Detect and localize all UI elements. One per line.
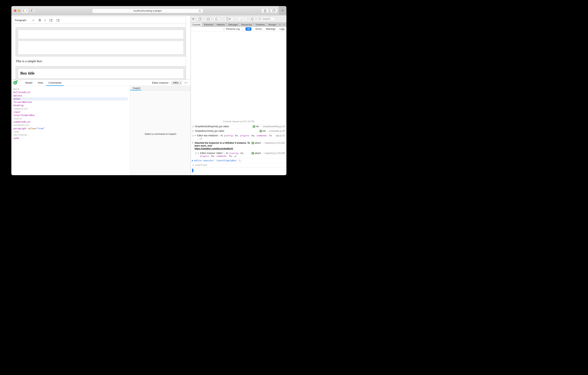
console-log-row[interactable]: ▶ Editor was initialized – Kl {config: K…: [191, 133, 286, 141]
console-log-row-nested[interactable]: ▶ Editor instance "editor" – Kl {config:…: [191, 151, 286, 158]
command-item-forwardDelete[interactable]: forwardDelete: [13, 100, 128, 104]
log-message: SimpleBoxEditing#init() got called: [195, 125, 252, 128]
box-title-text[interactable]: Box title: [18, 69, 183, 76]
console-filter-logs[interactable]: Logs: [280, 28, 284, 30]
detach-devtools-button[interactable]: [197, 17, 203, 21]
new-tab-button[interactable]: +: [279, 6, 286, 15]
command-item-bulletedList[interactable]: bulletedList: [13, 91, 128, 94]
inspector-tab-view[interactable]: View: [35, 80, 46, 86]
devtools-tab-console[interactable]: Console: [191, 22, 202, 27]
console-filter-errors[interactable]: Errors: [256, 28, 262, 30]
command-item-outdentList[interactable]: outdentList: [13, 123, 128, 127]
command-item-indentList[interactable]: indentList: [13, 107, 128, 110]
bold-button[interactable]: B: [39, 18, 41, 22]
devtools-tab-elements[interactable]: Elements: [202, 22, 215, 27]
devtools-settings-gear-icon[interactable]: ⚙: [286, 22, 286, 27]
simple-box-widget-titled[interactable]: Box title: [16, 66, 186, 81]
editor-toolbar: Paragraph B I 1 2: [13, 17, 186, 24]
source-link[interactable]: inspector.js:133:182: [265, 142, 285, 144]
share-button[interactable]: [262, 9, 269, 13]
tab-inspect[interactable]: Inspect: [130, 87, 140, 89]
devtools-search-field[interactable]: ▾ Search: [257, 17, 275, 21]
console-prompt[interactable]: [191, 167, 286, 175]
console-input-echo-row[interactable]: editor.execute( 'insertSimpleBox' );: [191, 158, 286, 163]
commands-list: boldbulletedListdeleteenterforwardDelete…: [11, 86, 130, 175]
console-log-row[interactable]: ▼ Attached the inspector to a CKEditor 5…: [191, 141, 286, 151]
simple-box-title-field[interactable]: [18, 30, 184, 39]
command-item-redo[interactable]: redo: [13, 130, 128, 133]
minimize-window-button[interactable]: [18, 10, 20, 12]
element-picker-button[interactable]: [250, 17, 255, 21]
warning-count-item[interactable]: 0: [240, 18, 245, 20]
devtools-tab-network[interactable]: Network: [215, 22, 227, 27]
console-pane[interactable]: Console cleared at 3:01:15 PM SimpleBoxE…: [191, 32, 286, 175]
editor-instance-value: editor: [173, 81, 179, 84]
web-inspector-pane: ✕ 4 0 0: [190, 16, 286, 175]
simple-box-widget-empty[interactable]: [16, 27, 186, 56]
tab-overview-button[interactable]: [270, 9, 277, 13]
source-link[interactable]: essentials.js:35: [269, 130, 285, 132]
command-item-italic[interactable]: italic: [13, 117, 128, 120]
close-window-button[interactable]: [14, 10, 16, 12]
simple-box-title-field[interactable]: Box title: [18, 69, 184, 78]
command-item-bold[interactable]: bold: [13, 88, 128, 91]
editor-instance-select[interactable]: editor ▲▼: [171, 81, 182, 85]
devtools-tab-storage[interactable]: Storage: [267, 22, 278, 27]
devtools-tab-timelines[interactable]: Timelines: [254, 22, 267, 27]
preserve-log-toggle[interactable]: Preserve Log: [223, 28, 240, 30]
source-link[interactable]: inspector.js:133:326: [265, 152, 285, 155]
page-count-item[interactable]: 4: [226, 18, 231, 20]
sidebar-toggle-button[interactable]: [30, 9, 35, 13]
source-link[interactable]: app.js:31: [276, 134, 285, 137]
collapse-inspector-button[interactable]: [184, 82, 188, 84]
devtools-tab-debugger[interactable]: Debugger: [227, 22, 240, 27]
command-item-insertSimpleBox[interactable]: insertSimpleBox: [13, 114, 128, 117]
command-item-heading[interactable]: heading: [13, 104, 128, 107]
command-item-undo[interactable]: undo: [13, 136, 128, 140]
command-item-numberedList[interactable]: numberedList: [13, 120, 128, 123]
italic-button[interactable]: I: [44, 18, 45, 22]
console-filter-warnings[interactable]: Warnings: [266, 28, 275, 30]
function-name: init: [256, 125, 259, 128]
ckeditor-docs-link[interactable]: https://ckeditor.com/docs/ckeditor5: [195, 147, 233, 150]
console-result-row[interactable]: undefined: [191, 163, 286, 167]
expand-triangle-icon[interactable]: ▶: [195, 134, 196, 137]
forward-button[interactable]: [25, 9, 29, 13]
command-item-input[interactable]: input: [13, 110, 128, 114]
address-bar[interactable]: localhost/creating-a-plugin/: [92, 9, 203, 13]
command-item-shiftEnter[interactable]: shiftEnter: [13, 133, 128, 136]
collapse-triangle-icon[interactable]: ▼: [192, 142, 194, 144]
simple-box-description-field[interactable]: [18, 41, 184, 55]
reload-icon[interactable]: [199, 10, 201, 12]
expand-triangle-icon[interactable]: ▶: [198, 152, 199, 154]
command-item-enter[interactable]: enter: [13, 97, 128, 100]
numbered-list-icon: 1: [49, 19, 50, 20]
command-item-delete[interactable]: delete: [13, 94, 128, 97]
issues-summary[interactable]: 4 0 0: [224, 17, 247, 21]
devtools-tab-resources[interactable]: Resources: [240, 22, 254, 27]
devtools-tab-bar: ConsoleElementsNetworkDebuggerResourcesT…: [191, 22, 286, 27]
back-icon: [22, 10, 24, 12]
object-preview-continuation: , …}: [197, 137, 275, 140]
devtools-new-tab-icon[interactable]: +: [282, 22, 286, 27]
dock-side-button[interactable]: [205, 17, 211, 21]
preserve-log-checkbox[interactable]: [223, 28, 225, 30]
command-item-paragraph[interactable]: paragraph value="true": [13, 127, 128, 130]
select-arrows-icon: ▲▼: [180, 81, 181, 84]
devtools-tab-overflow-icon[interactable]: »: [278, 22, 282, 27]
inspector-tab-commands[interactable]: Commands: [46, 80, 64, 86]
close-devtools-button[interactable]: ✕: [192, 17, 195, 21]
document-icon: [226, 18, 229, 20]
reload-page-button[interactable]: [213, 17, 220, 21]
console-log-row[interactable]: SimpleBoxUI#init() got called f init — e…: [191, 129, 286, 133]
source-link[interactable]: simpleboxediting.js:19: [262, 125, 285, 128]
editor-paragraph[interactable]: This is a simple box:: [16, 59, 43, 63]
back-button[interactable]: [21, 9, 25, 13]
heading-dropdown[interactable]: Paragraph: [15, 19, 35, 22]
console-log-row[interactable]: SimpleBoxEditing#init() got called f ini…: [191, 124, 286, 129]
inspector-tab-model[interactable]: Model: [23, 80, 35, 86]
console-filter-all[interactable]: All: [245, 27, 251, 31]
bulleted-list-button[interactable]: [56, 19, 60, 22]
numbered-list-button[interactable]: 1 2: [49, 19, 52, 22]
error-count-item[interactable]: 0: [233, 18, 238, 20]
